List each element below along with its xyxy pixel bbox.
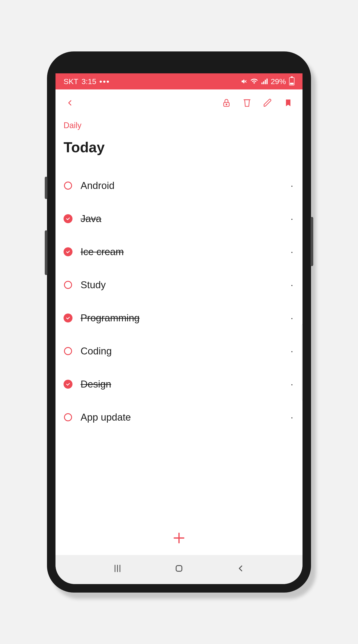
task-label: Android xyxy=(81,180,115,191)
status-carrier: SKT xyxy=(64,77,78,86)
status-time: 3:15 xyxy=(82,77,96,86)
svg-point-1 xyxy=(226,104,227,105)
task-more-button[interactable]: · xyxy=(291,247,294,256)
plus-icon xyxy=(172,531,186,545)
task-row[interactable]: Android· xyxy=(64,169,294,202)
check-icon xyxy=(66,382,71,386)
phone-frame: SKT 3:15 ••• 29% xyxy=(47,52,311,592)
task-checkbox-checked[interactable] xyxy=(64,380,73,389)
delete-button[interactable] xyxy=(241,96,253,109)
task-more-button[interactable]: · xyxy=(291,413,294,422)
lock-icon xyxy=(222,98,231,108)
phone-side-button xyxy=(45,177,48,199)
phone-volume-button xyxy=(45,230,48,275)
status-more-dots: ••• xyxy=(99,77,110,86)
check-icon xyxy=(66,316,71,320)
battery-icon xyxy=(289,77,294,86)
battery-fill xyxy=(290,83,293,84)
home-icon xyxy=(174,564,184,573)
nav-recents-button[interactable] xyxy=(109,560,126,577)
screen: SKT 3:15 ••• 29% xyxy=(56,73,302,584)
category-label: Daily xyxy=(64,121,294,130)
task-label: Design xyxy=(81,378,111,390)
wifi-icon xyxy=(251,78,258,85)
task-label: App update xyxy=(81,412,131,423)
task-row[interactable]: Programming· xyxy=(64,302,294,334)
status-left: SKT 3:15 ••• xyxy=(64,77,110,86)
pencil-icon xyxy=(263,98,272,108)
check-icon xyxy=(66,216,71,221)
page-title: Today xyxy=(64,139,294,156)
task-label: Study xyxy=(81,279,106,290)
task-more-button[interactable]: · xyxy=(291,314,294,322)
signal-icon xyxy=(261,78,268,85)
toolbar xyxy=(56,90,302,116)
task-label: Ice cream xyxy=(81,246,124,258)
stage: SKT 3:15 ••• 29% xyxy=(0,0,358,644)
task-row[interactable]: App update· xyxy=(64,401,294,434)
task-row[interactable]: Design· xyxy=(64,368,294,401)
task-more-button[interactable]: · xyxy=(291,380,294,389)
task-checkbox-checked[interactable] xyxy=(64,214,73,223)
status-bar: SKT 3:15 ••• 29% xyxy=(56,73,302,90)
content: Daily Today Android·Java·Ice cream·Study… xyxy=(56,116,302,524)
battery-percent: 29% xyxy=(271,77,286,86)
status-right: 29% xyxy=(241,77,294,86)
task-row[interactable]: Java· xyxy=(64,202,294,235)
edit-button[interactable] xyxy=(261,96,274,109)
nav-home-button[interactable] xyxy=(170,560,188,577)
task-checkbox-unchecked[interactable] xyxy=(64,181,73,190)
task-checkbox-unchecked[interactable] xyxy=(64,280,73,289)
nav-back-button[interactable] xyxy=(232,560,249,577)
phone-power-button xyxy=(310,217,313,266)
bookmark-button[interactable] xyxy=(282,96,294,109)
task-more-button[interactable]: · xyxy=(291,346,294,356)
android-navigation-bar xyxy=(56,555,302,584)
screen-bezel: SKT 3:15 ••• 29% xyxy=(53,58,305,586)
task-label: Programming xyxy=(81,312,140,324)
recents-icon xyxy=(113,564,122,573)
back-nav-icon xyxy=(236,564,245,573)
task-row[interactable]: Study· xyxy=(64,268,294,302)
bookmark-icon xyxy=(284,98,293,107)
task-checkbox-checked[interactable] xyxy=(64,314,73,322)
back-button[interactable] xyxy=(64,96,76,109)
chevron-left-icon xyxy=(65,98,74,107)
task-checkbox-unchecked[interactable] xyxy=(64,346,73,356)
mute-icon xyxy=(241,78,247,85)
check-icon xyxy=(66,249,71,254)
trash-icon xyxy=(242,98,252,108)
task-row[interactable]: Coding· xyxy=(64,334,294,368)
task-row[interactable]: Ice cream· xyxy=(64,235,294,268)
add-area xyxy=(56,524,302,555)
task-label: Coding xyxy=(81,346,112,357)
task-more-button[interactable]: · xyxy=(291,181,294,190)
lock-button[interactable] xyxy=(220,96,233,109)
edge-panel-handle[interactable] xyxy=(302,324,302,400)
task-label: Java xyxy=(81,213,101,224)
svg-rect-7 xyxy=(176,566,182,571)
task-checkbox-unchecked[interactable] xyxy=(64,413,73,422)
task-more-button[interactable]: · xyxy=(291,214,294,223)
task-list: Android·Java·Ice cream·Study·Programming… xyxy=(64,169,294,434)
task-checkbox-checked[interactable] xyxy=(64,247,73,256)
task-more-button[interactable]: · xyxy=(291,280,294,289)
add-task-button[interactable] xyxy=(172,531,186,546)
